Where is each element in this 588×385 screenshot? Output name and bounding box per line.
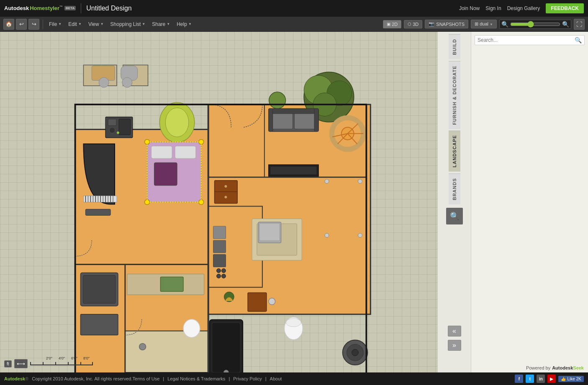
homestyler-text: Homestyler™ (30, 5, 63, 11)
ruler-mark-4: 4'0" (55, 362, 68, 365)
top-nav-right: Join Now Sign In Design Gallery FEEDBACK (459, 3, 584, 13)
zoom-slider[interactable] (510, 21, 560, 28)
svg-rect-28 (83, 196, 117, 202)
svg-rect-62 (269, 109, 273, 132)
collapse-down-button[interactable]: » (448, 340, 461, 351)
zoom-in-icon[interactable]: 🔍 (562, 21, 569, 28)
redo-button[interactable]: ↪ (28, 19, 39, 30)
file-menu-arrow: ▼ (58, 22, 62, 26)
camera-icon: 📷 (429, 21, 434, 27)
landscape-tab[interactable]: LANDSCAPE (449, 130, 460, 171)
svg-point-88 (286, 319, 301, 327)
svg-rect-79 (213, 255, 226, 267)
facebook-icon[interactable]: f (515, 375, 523, 383)
zoom-control: 🔍 🔍 (499, 20, 571, 29)
view-3d-button[interactable]: ⬡ 3D (404, 20, 422, 28)
toolbar-separator (43, 20, 43, 29)
view-2d-button[interactable]: ▣ 2D (383, 20, 401, 28)
about-link[interactable]: About (270, 376, 282, 381)
sign-in-link[interactable]: Sign In (485, 5, 501, 11)
edit-menu[interactable]: Edit ▼ (66, 20, 84, 29)
zoom-out-icon[interactable]: 🔍 (501, 21, 508, 28)
share-menu-arrow: ▼ (167, 22, 170, 26)
svg-rect-61 (269, 109, 318, 114)
main-area: ft ⟷ 2'0" 4'0" 6'0" 8'0" (0, 32, 588, 372)
design-title: Untitled Design (86, 5, 132, 12)
svg-rect-97 (81, 314, 118, 335)
help-menu-arrow: ▼ (188, 22, 192, 26)
file-menu[interactable]: File ▼ (46, 20, 64, 29)
svg-point-99 (325, 233, 329, 237)
separator-3: | (265, 376, 267, 381)
shopping-list-menu[interactable]: Shopping List ▼ (108, 20, 148, 29)
like-button[interactable]: 👍 Like 2K (558, 376, 584, 382)
fullscreen-button[interactable]: ⛶ (574, 19, 585, 30)
home-button[interactable]: 🏠 (3, 19, 14, 30)
search-box-container: 🔍 (475, 35, 585, 45)
svg-point-57 (224, 196, 227, 199)
svg-point-105 (352, 349, 359, 356)
right-panel: BUILD FURNISH & DECORATE LANDSCAPE BRAND… (437, 32, 471, 372)
autodesk-footer-logo: Autodesk® (4, 376, 28, 381)
svg-rect-43 (151, 146, 172, 158)
svg-point-81 (221, 269, 226, 273)
svg-point-83 (221, 274, 226, 278)
svg-point-102 (139, 343, 146, 350)
svg-point-15 (122, 77, 132, 87)
dual-icon: ⊞ (475, 21, 478, 26)
measure-button[interactable]: ⟷ (14, 359, 28, 368)
snapshots-button[interactable]: 📷 SNAPSHOTS (425, 20, 468, 28)
scale-ruler: 2'0" 4'0" 6'0" 8'0" (30, 362, 93, 365)
svg-rect-45 (154, 163, 177, 186)
privacy-link[interactable]: Privacy Policy (233, 376, 262, 381)
top-nav-bar: Autodesk Homestyler™ BETA Untitled Desig… (0, 0, 588, 17)
svg-point-86 (269, 298, 275, 305)
search-panel-button[interactable]: 🔍 (446, 208, 463, 224)
copyright-text: Copyright 2010 Autodesk, Inc. All rights… (32, 376, 132, 381)
shopping-list-arrow: ▼ (142, 22, 145, 26)
svg-point-22 (165, 108, 189, 137)
svg-rect-25 (119, 119, 131, 135)
edit-menu-arrow: ▼ (78, 22, 82, 26)
svg-rect-63 (314, 109, 318, 132)
ruler-mark-6: 6'0" (68, 362, 80, 365)
main-toolbar: 🏠 ↩ ↪ File ▼ Edit ▼ View ▼ Shopping List… (0, 17, 588, 32)
youtube-icon[interactable]: ▶ (547, 375, 556, 383)
svg-rect-24 (108, 119, 116, 126)
search-submit-button[interactable]: 🔍 (575, 37, 582, 43)
share-menu[interactable]: Share ▼ (149, 20, 172, 29)
search-submit-icon: 🔍 (575, 37, 582, 43)
svg-rect-6 (125, 331, 208, 372)
twitter-icon[interactable]: t (526, 375, 534, 383)
dual-button[interactable]: ⊞ dual ▼ (471, 20, 497, 28)
svg-rect-76 (259, 223, 280, 241)
powered-by-label: Powered by (526, 365, 550, 370)
floor-plan (0, 32, 437, 372)
undo-button[interactable]: ↩ (16, 19, 27, 30)
separator-1: | (163, 376, 164, 381)
social-icon-3[interactable]: in (537, 375, 545, 383)
feedback-button[interactable]: FEEDBACK (546, 3, 584, 13)
svg-rect-65 (270, 166, 317, 175)
legal-link[interactable]: Legal Notices & Trademarks (167, 376, 225, 381)
svg-rect-85 (248, 293, 267, 311)
help-menu[interactable]: Help ▼ (174, 20, 194, 29)
svg-rect-54 (215, 181, 238, 204)
collapse-up-button[interactable]: « (448, 326, 461, 337)
bottom-bar-right: f t in ▶ 👍 Like 2K (515, 375, 584, 383)
build-tab[interactable]: BUILD (449, 34, 460, 59)
separator-2: | (229, 376, 230, 381)
search-input[interactable] (478, 37, 573, 43)
thumbs-up-icon: 👍 (561, 377, 566, 381)
terms-link[interactable]: Terms of Use (133, 376, 160, 381)
unit-button[interactable]: ft (4, 360, 12, 367)
search-icon: 🔍 (450, 212, 459, 221)
autodesk-seek-label: AutodeskSeek (552, 365, 584, 370)
view-menu[interactable]: View ▼ (86, 20, 106, 29)
svg-rect-94 (160, 277, 183, 291)
furnish-tab[interactable]: FURNISH & DECORATE (449, 61, 460, 129)
design-gallery-link[interactable]: Design Gallery (507, 5, 540, 11)
brands-tab[interactable]: BRANDS (449, 173, 460, 204)
canvas-area[interactable]: ft ⟷ 2'0" 4'0" 6'0" 8'0" (0, 32, 437, 372)
join-now-link[interactable]: Join Now (459, 5, 480, 11)
